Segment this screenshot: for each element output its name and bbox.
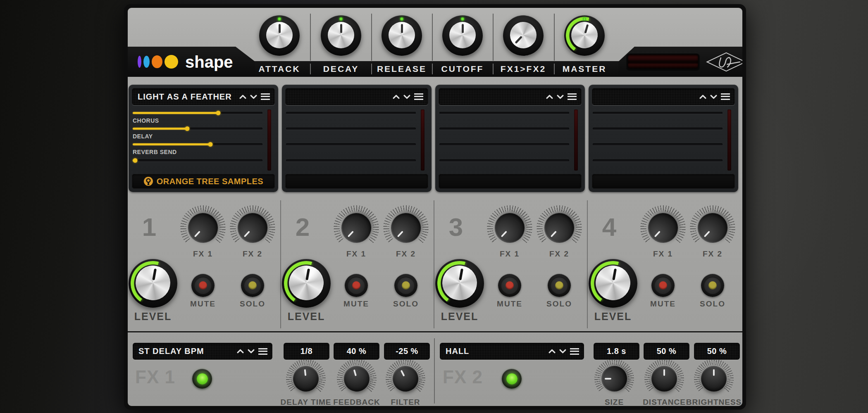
level-knob[interactable] [589,259,637,308]
fx2-enable-led [506,373,517,385]
size-value[interactable]: 1.8 s [594,343,639,360]
attack-knob[interactable] [259,15,300,56]
menu-icon[interactable] [414,93,423,100]
mute-button[interactable] [191,274,215,297]
decay-knob[interactable] [321,15,361,56]
level-label: LEVEL [281,311,331,323]
release-knob[interactable] [382,15,422,56]
level-knob[interactable] [282,259,331,308]
fx1-preset-header[interactable]: ST DELAY BPM [133,343,272,360]
chevron-up-icon[interactable] [237,349,244,354]
chevron-up-icon[interactable] [548,349,556,354]
slider-track[interactable] [439,143,569,145]
menu-icon[interactable] [570,348,579,355]
slider-thumb[interactable] [185,126,189,131]
channel-number: 4 [595,214,624,240]
chevron-down-icon[interactable] [248,349,255,354]
fx2-send-knob[interactable] [230,205,275,251]
menu-icon[interactable] [261,93,270,100]
chevron-up-icon[interactable] [239,95,246,99]
logo-text: shape [185,54,233,70]
delay-time-knob[interactable] [286,359,326,399]
chevron-down-icon[interactable] [250,95,257,99]
fx2-send-knob[interactable] [690,205,735,251]
fx2-enable-button[interactable] [502,369,522,389]
chevron-up-icon[interactable] [546,95,553,99]
chevron-down-icon[interactable] [557,95,564,99]
slider-track[interactable] [133,159,262,161]
fx2-preset-name: HALL [446,343,469,360]
channel-number: 1 [135,214,164,240]
fx2-send-knob[interactable] [537,205,582,251]
solo-button[interactable] [701,274,724,297]
level-knob[interactable] [129,259,177,308]
solo-button[interactable] [548,274,571,297]
feedback-knob[interactable] [337,359,377,399]
slider-label: REVERB SEND [133,149,262,155]
level-knob[interactable] [435,259,484,308]
meter-block [618,47,742,77]
fx1-send-label: FX 1 [485,249,534,259]
knob-cap [651,366,677,392]
distance-knob[interactable] [644,359,684,399]
fx1-to-fx2-knob[interactable] [503,15,544,56]
slider-thumb[interactable] [208,142,213,147]
slider-track[interactable] [286,128,416,130]
filter-knob[interactable] [386,359,425,399]
slot-preset-header[interactable] [439,88,582,105]
slot-preset-header[interactable] [592,88,735,105]
slot-preset-header[interactable] [285,88,428,105]
slider-thumb[interactable] [133,158,138,163]
slider-track[interactable] [593,159,723,161]
brightness-value[interactable]: 50 % [694,343,740,360]
slider-track[interactable] [593,128,723,130]
fx1-enable-button[interactable] [192,369,212,389]
slider-track[interactable] [286,143,416,145]
mute-button[interactable] [345,274,368,297]
mute-led [659,281,667,290]
size-knob[interactable] [594,359,634,399]
plugin-panel: shape ATTACK DECAY RELEASE CUTOFF FX1>FX… [128,8,742,406]
logo-dot-icon [165,55,178,69]
filter-value[interactable]: -25 % [384,343,430,360]
cutoff-knob[interactable] [442,15,483,56]
solo-led [248,281,257,290]
fx1-send-knob[interactable] [487,205,532,251]
brightness-knob[interactable] [694,359,734,399]
slider-thumb[interactable] [216,111,221,115]
chevron-up-icon[interactable] [393,95,400,99]
chevron-down-icon[interactable] [559,349,566,354]
slider-track[interactable] [593,112,723,114]
slider-track[interactable] [439,159,569,161]
chevron-down-icon[interactable] [403,95,410,99]
delay-time-value[interactable]: 1/8 [284,343,329,360]
slider-track[interactable] [133,112,262,114]
chevron-up-icon[interactable] [699,95,706,99]
slot-preset-header[interactable]: LIGHT AS A FEATHER [132,88,275,105]
fx1-send-knob[interactable] [334,205,379,251]
fx2-send-knob[interactable] [383,205,429,251]
mute-button[interactable] [498,274,521,297]
chevron-down-icon[interactable] [710,95,717,99]
solo-button[interactable] [394,274,417,297]
fx2-preset-header[interactable]: HALL [440,343,584,360]
solo-button[interactable] [241,274,264,297]
slider-track[interactable] [593,143,723,145]
feedback-value[interactable]: 40 % [334,343,379,360]
menu-icon[interactable] [721,93,730,100]
slider-track[interactable] [286,159,416,161]
fx1-send-knob[interactable] [180,205,226,251]
distance-value[interactable]: 50 % [644,343,689,360]
slider-track[interactable] [439,128,569,130]
slider-track[interactable] [133,143,262,145]
mute-button[interactable] [651,274,675,297]
knob-cap [389,22,415,48]
slider-track[interactable] [133,128,262,130]
fx1-send-knob[interactable] [640,205,686,251]
master-knob[interactable] [564,15,605,56]
fx-slot-1: LIGHT AS A FEATHER CHORUS DELAY [129,85,278,192]
menu-icon[interactable] [258,348,267,355]
slider-track[interactable] [286,112,416,114]
menu-icon[interactable] [568,93,577,100]
slider-track[interactable] [439,112,569,114]
